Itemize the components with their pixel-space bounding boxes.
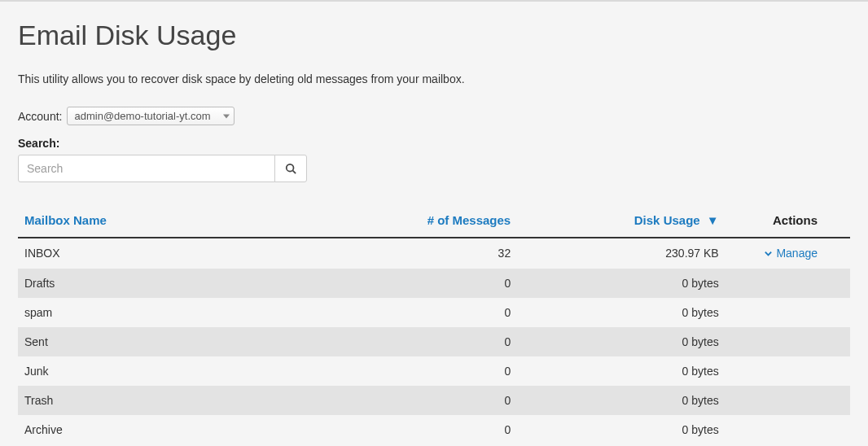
chevron-down-icon — [223, 114, 230, 118]
col-header-messages[interactable]: # of Messages — [351, 205, 517, 238]
cell-usage: 0 bytes — [517, 269, 726, 298]
cell-messages: 0 — [351, 356, 517, 386]
cell-usage: 0 bytes — [517, 386, 726, 415]
col-header-actions: Actions — [726, 205, 850, 238]
cell-messages: 0 — [351, 386, 517, 415]
col-header-name[interactable]: Mailbox Name — [18, 205, 351, 238]
table-row: Sent00 bytes — [18, 327, 850, 356]
table-row: Junk00 bytes — [18, 356, 850, 386]
cell-actions — [726, 415, 850, 444]
cell-mailbox-name: Trash — [18, 386, 351, 415]
page-container: Email Disk Usage This utility allows you… — [0, 2, 868, 446]
cell-actions — [726, 269, 850, 298]
cell-usage: 0 bytes — [517, 415, 726, 444]
table-row: spam00 bytes — [18, 298, 850, 327]
cell-messages: 32 — [351, 238, 517, 269]
manage-link[interactable]: Manage — [764, 247, 818, 260]
page-description: This utility allows you to recover disk … — [18, 72, 850, 85]
search-button[interactable] — [274, 155, 307, 182]
cell-usage: 0 bytes — [517, 298, 726, 327]
cell-actions — [726, 327, 850, 356]
cell-usage: 230.97 KB — [517, 238, 726, 269]
cell-mailbox-name: spam — [18, 298, 351, 327]
cell-messages: 0 — [351, 327, 517, 356]
cell-usage: 0 bytes — [517, 356, 726, 386]
account-row: Account: admin@demo-tutorial-yt.com — [18, 107, 850, 125]
cell-mailbox-name: INBOX — [18, 238, 351, 269]
cell-actions: Manage — [726, 238, 850, 269]
page-title: Email Disk Usage — [18, 20, 850, 51]
table-row: INBOX32230.97 KBManage — [18, 238, 850, 269]
search-input[interactable] — [18, 155, 275, 182]
cell-mailbox-name: Sent — [18, 327, 351, 356]
search-row — [18, 155, 850, 182]
table-row: Trash00 bytes — [18, 386, 850, 415]
cell-messages: 0 — [351, 298, 517, 327]
table-row: Archive00 bytes — [18, 415, 850, 444]
mailbox-table: Mailbox Name # of Messages Disk Usage ▼ … — [18, 205, 850, 444]
account-selected-value: admin@demo-tutorial-yt.com — [74, 110, 210, 122]
search-icon — [285, 163, 296, 174]
svg-line-1 — [293, 171, 296, 174]
cell-mailbox-name: Junk — [18, 356, 351, 386]
manage-label: Manage — [776, 247, 818, 260]
cell-actions — [726, 356, 850, 386]
search-label: Search: — [18, 137, 850, 150]
table-row: Drafts00 bytes — [18, 269, 850, 298]
cell-messages: 0 — [351, 269, 517, 298]
cell-actions — [726, 298, 850, 327]
cell-usage: 0 bytes — [517, 327, 726, 356]
chevron-down-icon — [764, 249, 773, 258]
cell-actions — [726, 386, 850, 415]
cell-mailbox-name: Drafts — [18, 269, 351, 298]
cell-messages: 0 — [351, 415, 517, 444]
cell-mailbox-name: Archive — [18, 415, 351, 444]
col-header-usage[interactable]: Disk Usage ▼ — [517, 205, 726, 238]
account-select[interactable]: admin@demo-tutorial-yt.com — [67, 107, 234, 125]
account-label: Account: — [18, 110, 62, 123]
svg-point-0 — [287, 164, 294, 172]
sort-desc-icon: ▼ — [707, 213, 719, 227]
